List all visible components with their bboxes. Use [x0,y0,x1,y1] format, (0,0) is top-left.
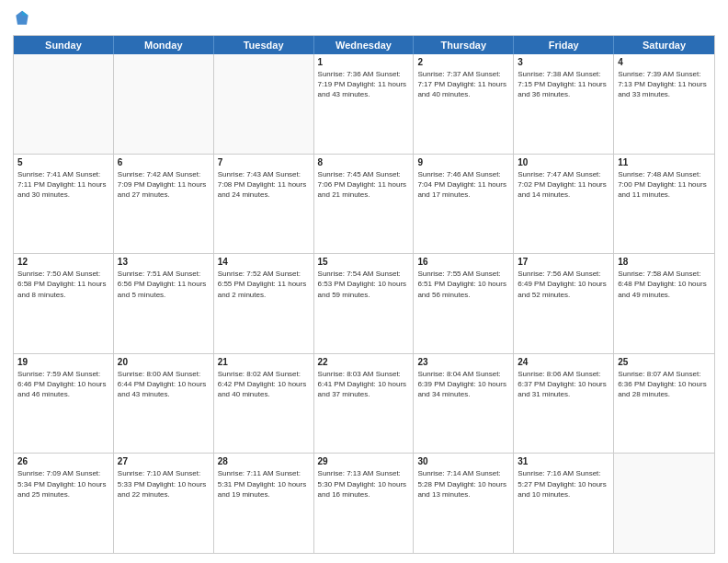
calendar-row: 19Sunrise: 7:59 AM Sunset: 6:46 PM Dayli… [14,354,714,454]
day-info: Sunrise: 7:54 AM Sunset: 6:53 PM Dayligh… [318,269,410,300]
day-info: Sunrise: 7:10 AM Sunset: 5:33 PM Dayligh… [118,468,210,500]
weekday-header: Saturday [614,36,714,54]
day-number: 7 [218,157,310,167]
calendar-day-cell: 11Sunrise: 7:48 AM Sunset: 7:00 PM Dayli… [614,155,714,254]
calendar-day-cell: 1Sunrise: 7:36 AM Sunset: 7:19 PM Daylig… [314,54,415,154]
empty-cell [114,54,214,154]
day-info: Sunrise: 8:07 AM Sunset: 6:36 PM Dayligh… [618,369,711,400]
day-number: 31 [518,456,609,466]
calendar-day-cell: 28Sunrise: 7:11 AM Sunset: 5:31 PM Dayli… [214,454,314,553]
day-number: 1 [318,57,410,67]
calendar-day-cell: 26Sunrise: 7:09 AM Sunset: 5:34 PM Dayli… [14,454,114,553]
calendar-day-cell: 12Sunrise: 7:50 AM Sunset: 6:58 PM Dayli… [14,254,114,353]
calendar-day-cell: 30Sunrise: 7:14 AM Sunset: 5:28 PM Dayli… [414,454,514,553]
day-number: 13 [118,257,210,267]
day-info: Sunrise: 7:47 AM Sunset: 7:02 PM Dayligh… [518,169,609,201]
day-number: 4 [618,57,711,67]
calendar-day-cell: 7Sunrise: 7:43 AM Sunset: 7:08 PM Daylig… [214,155,314,254]
calendar-day-cell: 5Sunrise: 7:41 AM Sunset: 7:11 PM Daylig… [14,155,114,254]
day-info: Sunrise: 7:46 AM Sunset: 7:04 PM Dayligh… [417,169,509,201]
calendar-day-cell: 6Sunrise: 7:42 AM Sunset: 7:09 PM Daylig… [114,155,214,254]
day-info: Sunrise: 7:16 AM Sunset: 5:27 PM Dayligh… [518,468,609,500]
calendar-day-cell: 25Sunrise: 8:07 AM Sunset: 6:36 PM Dayli… [614,354,714,454]
day-number: 14 [218,257,310,267]
weekday-header: Friday [514,36,614,54]
day-number: 26 [17,456,109,466]
day-number: 8 [318,157,410,167]
day-info: Sunrise: 7:55 AM Sunset: 6:51 PM Dayligh… [417,269,509,300]
day-info: Sunrise: 7:51 AM Sunset: 6:56 PM Dayligh… [118,269,210,300]
day-number: 20 [118,357,210,367]
day-info: Sunrise: 7:39 AM Sunset: 7:13 PM Dayligh… [618,69,711,100]
day-info: Sunrise: 7:52 AM Sunset: 6:55 PM Dayligh… [218,269,310,300]
day-number: 11 [618,157,711,167]
day-info: Sunrise: 8:00 AM Sunset: 6:44 PM Dayligh… [118,369,210,400]
day-number: 3 [518,57,609,67]
day-number: 10 [518,157,609,167]
weekday-header: Tuesday [214,36,314,54]
day-info: Sunrise: 7:45 AM Sunset: 7:06 PM Dayligh… [318,169,410,201]
day-info: Sunrise: 7:09 AM Sunset: 5:34 PM Dayligh… [17,468,109,500]
calendar-day-cell: 14Sunrise: 7:52 AM Sunset: 6:55 PM Dayli… [214,254,314,353]
calendar-day-cell: 17Sunrise: 7:56 AM Sunset: 6:49 PM Dayli… [514,254,614,353]
empty-cell [614,454,714,553]
day-info: Sunrise: 8:06 AM Sunset: 6:37 PM Dayligh… [518,369,609,400]
day-info: Sunrise: 7:43 AM Sunset: 7:08 PM Dayligh… [218,169,310,201]
calendar-day-cell: 3Sunrise: 7:38 AM Sunset: 7:15 PM Daylig… [514,54,614,154]
calendar-day-cell: 18Sunrise: 7:58 AM Sunset: 6:48 PM Dayli… [614,254,714,353]
calendar-day-cell: 8Sunrise: 7:45 AM Sunset: 7:06 PM Daylig… [314,155,415,254]
logo [13,9,35,28]
day-info: Sunrise: 7:38 AM Sunset: 7:15 PM Dayligh… [518,69,609,100]
day-info: Sunrise: 7:14 AM Sunset: 5:28 PM Dayligh… [417,468,509,500]
day-number: 29 [318,456,410,466]
day-number: 19 [17,357,109,367]
calendar-day-cell: 9Sunrise: 7:46 AM Sunset: 7:04 PM Daylig… [414,155,514,254]
weekday-header: Wednesday [314,36,415,54]
day-number: 17 [518,257,609,267]
day-number: 23 [417,357,509,367]
day-number: 24 [518,357,609,367]
calendar-row: 26Sunrise: 7:09 AM Sunset: 5:34 PM Dayli… [14,454,714,553]
empty-cell [214,54,314,154]
weekday-header: Sunday [14,36,114,54]
day-number: 6 [118,157,210,167]
day-info: Sunrise: 7:56 AM Sunset: 6:49 PM Dayligh… [518,269,609,300]
day-info: Sunrise: 7:50 AM Sunset: 6:58 PM Dayligh… [17,269,109,300]
weekday-header: Monday [114,36,214,54]
calendar-day-cell: 27Sunrise: 7:10 AM Sunset: 5:33 PM Dayli… [114,454,214,553]
day-number: 2 [417,57,509,67]
calendar-day-cell: 16Sunrise: 7:55 AM Sunset: 6:51 PM Dayli… [414,254,514,353]
day-number: 25 [618,357,711,367]
calendar-row: 5Sunrise: 7:41 AM Sunset: 7:11 PM Daylig… [14,155,714,255]
logo-icon [13,9,31,28]
weekday-header: Thursday [414,36,514,54]
day-number: 9 [417,157,509,167]
day-number: 16 [417,257,509,267]
calendar-day-cell: 21Sunrise: 8:02 AM Sunset: 6:42 PM Dayli… [214,354,314,454]
day-number: 12 [17,257,109,267]
day-info: Sunrise: 8:02 AM Sunset: 6:42 PM Dayligh… [218,369,310,400]
day-info: Sunrise: 7:59 AM Sunset: 6:46 PM Dayligh… [17,369,109,400]
calendar-day-cell: 31Sunrise: 7:16 AM Sunset: 5:27 PM Dayli… [514,454,614,553]
calendar-day-cell: 24Sunrise: 8:06 AM Sunset: 6:37 PM Dayli… [514,354,614,454]
day-info: Sunrise: 7:11 AM Sunset: 5:31 PM Dayligh… [218,468,310,500]
empty-cell [14,54,114,154]
calendar-row: 1Sunrise: 7:36 AM Sunset: 7:19 PM Daylig… [14,54,714,155]
day-number: 28 [218,456,310,466]
calendar-day-cell: 29Sunrise: 7:13 AM Sunset: 5:30 PM Dayli… [314,454,415,553]
day-number: 15 [318,257,410,267]
calendar-day-cell: 20Sunrise: 8:00 AM Sunset: 6:44 PM Dayli… [114,354,214,454]
calendar-row: 12Sunrise: 7:50 AM Sunset: 6:58 PM Dayli… [14,254,714,354]
calendar-day-cell: 22Sunrise: 8:03 AM Sunset: 6:41 PM Dayli… [314,354,415,454]
day-number: 18 [618,257,711,267]
day-info: Sunrise: 7:42 AM Sunset: 7:09 PM Dayligh… [118,169,210,201]
day-number: 5 [17,157,109,167]
day-number: 22 [318,357,410,367]
day-number: 27 [118,456,210,466]
day-info: Sunrise: 7:13 AM Sunset: 5:30 PM Dayligh… [318,468,410,500]
calendar-day-cell: 23Sunrise: 8:04 AM Sunset: 6:39 PM Dayli… [414,354,514,454]
day-info: Sunrise: 7:41 AM Sunset: 7:11 PM Dayligh… [17,169,109,201]
calendar-day-cell: 4Sunrise: 7:39 AM Sunset: 7:13 PM Daylig… [614,54,714,154]
day-info: Sunrise: 7:58 AM Sunset: 6:48 PM Dayligh… [618,269,711,300]
day-info: Sunrise: 7:37 AM Sunset: 7:17 PM Dayligh… [417,69,509,100]
